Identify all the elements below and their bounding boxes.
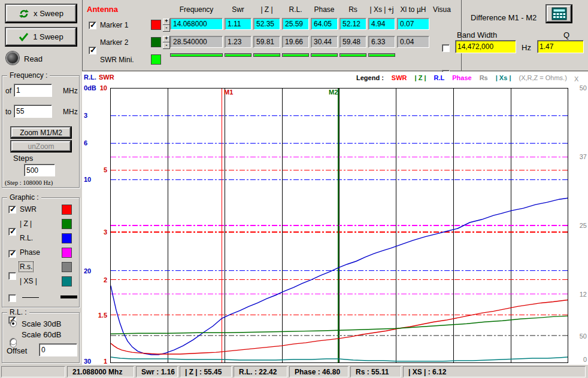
swr-color-swatch[interactable]	[62, 205, 72, 215]
mini-cell	[170, 53, 223, 57]
m1-visua-checkbox[interactable]	[442, 44, 450, 52]
read-knob-icon[interactable]	[6, 51, 19, 65]
graphic-phase-checkbox[interactable]	[8, 272, 16, 280]
marker2-spinner[interactable]: + -	[163, 36, 170, 49]
graphic-phase-label: Phase	[20, 248, 40, 257]
marker1-flag[interactable]: M1	[224, 89, 233, 96]
mini-cell	[253, 53, 280, 57]
phase-color-swatch[interactable]	[62, 248, 72, 258]
mini-cell	[311, 53, 338, 57]
col-z: | Z |	[253, 5, 280, 14]
rl-group-title: R.L. :	[7, 308, 29, 316]
swr-mini-color-swatch[interactable]	[151, 54, 161, 65]
graphic-z-checkbox[interactable]	[8, 228, 16, 236]
col-visua: Visua	[431, 5, 453, 14]
top-strip: x Sweep 1 Sweep Read Antenna Marker 1 Ma…	[0, 0, 588, 72]
marker2-label: Marker 2	[100, 38, 128, 47]
mhz-label: MHz	[63, 108, 78, 116]
scale-60db-radio[interactable]	[10, 338, 17, 345]
chart-legend: Legend : SWR | Z | R.L Phase Rs | Xs | (…	[356, 74, 567, 81]
freq-from-input[interactable]: 1	[14, 84, 52, 97]
m2-frequency-cell[interactable]: 28.540000	[170, 36, 223, 48]
marker1-spinner[interactable]: + -	[163, 19, 170, 32]
marker1-color-swatch[interactable]	[151, 20, 161, 30]
col-frequency: Frequency	[170, 5, 223, 14]
marker2-flag[interactable]: M2	[329, 89, 338, 96]
swr-mini-row	[170, 53, 429, 57]
graphic-group: Graphic : SWR | Z | R.L. Phase R.s. | XS…	[2, 197, 80, 307]
sweep-cycle-icon	[19, 9, 29, 19]
status-xs: | XS | : 6.12	[403, 366, 586, 377]
multi-sweep-label: x Sweep	[34, 9, 63, 18]
scale-30db-label: Scale 30dB	[22, 319, 62, 328]
marker2-checkbox[interactable]	[89, 47, 96, 54]
legend-units-note: (X,R,Z = Ohms.)	[519, 74, 566, 81]
col-rl: R.L.	[282, 5, 309, 14]
m2-rl-cell: 19.66	[282, 36, 309, 48]
mini-cell	[340, 53, 366, 57]
antenna-analyzer-app: { "top": { "sweep_multi_label": "x Sweep…	[0, 0, 588, 378]
sweep-curves-svg	[111, 89, 568, 362]
calculator-icon	[551, 7, 567, 20]
graphic-group-title: Graphic :	[7, 193, 41, 202]
legend-xs: | Xs |	[496, 74, 511, 81]
spinner-down-icon[interactable]: -	[163, 25, 170, 32]
status-rs: Rs : 55.11	[350, 366, 401, 377]
hz-label: Hz	[522, 43, 531, 52]
steps-input[interactable]: 500	[24, 164, 55, 176]
zoom-m1-m2-button[interactable]: Zoom M1/M2	[10, 126, 72, 139]
plot-area[interactable]	[110, 88, 568, 363]
check-icon	[19, 32, 29, 41]
single-sweep-button[interactable]: 1 Sweep	[5, 27, 77, 47]
status-frequency: 21.088000 Mhz	[67, 366, 134, 377]
rl-scale-group: R.L. : Scale 30dB Scale 60dB Offset 0	[2, 312, 80, 363]
marker2-color-swatch[interactable]	[151, 37, 161, 47]
swr-axis-corner-label: SWR	[99, 74, 114, 81]
xs-color-swatch[interactable]	[62, 276, 72, 286]
z-color-swatch[interactable]	[62, 219, 72, 229]
bandwidth-label: Band Width	[457, 31, 497, 39]
multi-sweep-button[interactable]: x Sweep	[5, 4, 77, 23]
marker1-label: Marker 1	[100, 21, 128, 29]
graphic-rs-label: R.s.	[20, 263, 32, 271]
graphic-rl-label: R.L.	[20, 234, 33, 242]
q-value-field: 1.47	[537, 40, 584, 53]
m2-swr-cell: 1.23	[225, 36, 251, 48]
bandwidth-value-field: 14,472,000	[455, 40, 516, 53]
rl-color-swatch[interactable]	[62, 233, 72, 243]
graphic-rs-checkbox[interactable]	[8, 294, 16, 302]
freq-to-input[interactable]: 55	[14, 105, 52, 118]
step-size-note: (Step : 108000 Hz)	[5, 179, 53, 186]
m1-frequency-cell[interactable]: 14.068000	[170, 18, 223, 30]
marker2-row: 28.540000 1.23 59.81 19.66 30.44 59.48 6…	[170, 36, 429, 48]
mhz-label: MHz	[63, 87, 78, 95]
m1-rl-cell: 25.59	[282, 18, 309, 30]
m2-z-cell: 59.81	[253, 36, 280, 48]
col-phase: Phase	[311, 5, 338, 14]
m2-rs-cell: 59.48	[340, 36, 366, 48]
m1-swr-cell: 1.11	[225, 18, 251, 30]
graphic-swr-checkbox[interactable]	[8, 206, 16, 214]
rs-color-swatch[interactable]	[62, 262, 72, 272]
m1-xl-cell: 0.07	[397, 18, 429, 30]
col-swr: Swr	[225, 5, 251, 14]
rl-axis-corner-label: R.L.	[84, 74, 96, 81]
x-axis-header: X	[574, 75, 578, 83]
status-empty	[1, 366, 65, 377]
steps-label: Steps	[13, 154, 33, 163]
scale-60db-label: Scale 60dB	[22, 330, 62, 339]
offset-input[interactable]: 0	[39, 343, 77, 356]
graphic-rl-checkbox[interactable]	[8, 250, 16, 258]
single-sweep-label: 1 Sweep	[33, 32, 63, 41]
legend-z: | Z |	[415, 74, 426, 81]
calculator-button[interactable]	[545, 4, 572, 23]
legend-phase: Phase	[452, 74, 471, 81]
scale-30db-radio[interactable]	[10, 320, 17, 327]
spinner-down-icon[interactable]: -	[163, 42, 170, 49]
marker1-checkbox[interactable]	[89, 22, 96, 29]
m2-phase-cell: 30.44	[311, 36, 338, 48]
unzoom-button[interactable]: unZoom	[10, 140, 72, 153]
status-bar: 21.088000 Mhz Swr : 1.16 | Z | : 55.45 R…	[0, 365, 588, 378]
col-rs: Rs	[340, 5, 366, 14]
read-label: Read	[24, 54, 43, 63]
